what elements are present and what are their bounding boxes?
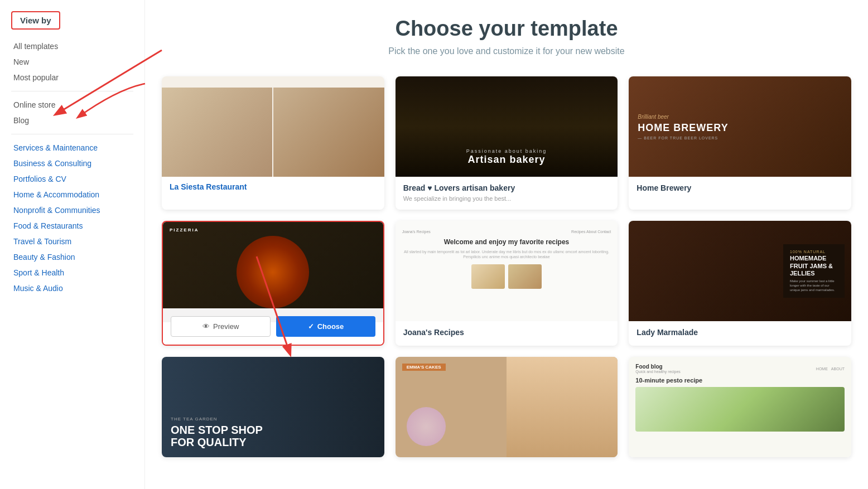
preview-label: Preview (679, 187, 705, 196)
bakery-text: Passionate about baking Artisan bakery (396, 148, 618, 166)
page-header: Choose your template Pick the one you lo… (162, 17, 851, 56)
foodblog-header: Food blog Quick and healthy recipes HOME… (635, 364, 845, 374)
sidebar-section-general: All templates New Most popular (0, 38, 144, 85)
sidebar: View by All templates New Most popular O… (0, 0, 145, 489)
foodblog-nav-item: HOME (816, 367, 828, 371)
choose-button-foodblog[interactable]: ✓ Choose (744, 429, 843, 449)
preview-icon: 👁 (436, 323, 443, 332)
sidebar-item-home-accommodation[interactable]: Home & Accommodation (0, 187, 144, 202)
choose-label: Choose (551, 187, 578, 196)
siesta-img-left (162, 88, 272, 177)
jams-image: 100% NATURAL HOMEMADE FRUIT JAMS & JELLI… (629, 221, 851, 321)
preview-button-pizzeria[interactable]: 👁 Preview (171, 316, 271, 337)
foodblog-logo: Food blog Quick and healthy recipes (635, 364, 681, 374)
sidebar-item-sport-health[interactable]: Sport & Health (0, 265, 144, 280)
sidebar-divider-1 (11, 91, 133, 91)
siesta-img-right (273, 88, 384, 177)
choose-button-brewery[interactable]: ✓ Choose (744, 181, 843, 202)
recipes-title: Welcome and enjoy my favorite recipes (444, 238, 570, 246)
brewery-text: Brilliant beer HOME BREWERY — BEER FOR T… (638, 114, 728, 140)
preview-label: Preview (446, 323, 472, 332)
template-card-brewery[interactable]: Brilliant beer HOME BREWERY — BEER FOR T… (629, 76, 851, 210)
main-content: Choose your template Pick the one you lo… (145, 0, 868, 489)
bakery-image: Passionate about baking Artisan bakery (396, 76, 618, 177)
sidebar-item-blog[interactable]: Blog (0, 113, 144, 128)
template-card-cakes[interactable]: EMMA'S CAKES ≡ MENU 👁 Preview ✓ Choose (396, 357, 618, 457)
pizza-label: PIZZERIA (170, 227, 199, 233)
sidebar-item-online-store[interactable]: Online store (0, 97, 144, 113)
preview-button-tea[interactable]: 👁 Preview (170, 429, 271, 449)
template-card-tea[interactable]: THE TEA GARDEN ONE STOP SHOPFOR QUALITY … (162, 357, 384, 457)
choose-icon: ✓ (775, 435, 782, 443)
preview-icon: 👁 (202, 322, 210, 331)
choose-icon: ✓ (308, 322, 314, 331)
sidebar-item-most-popular[interactable]: Most popular (0, 70, 144, 85)
sidebar-divider-2 (11, 134, 133, 134)
preview-icon: 👁 (436, 187, 443, 196)
preview-button-brewery[interactable]: 👁 Preview (636, 181, 737, 202)
choose-icon: ✓ (542, 187, 548, 196)
choose-button-la-siesta[interactable]: ✓ Choose (276, 181, 376, 202)
template-card-artisan-bakery[interactable]: Passionate about baking Artisan bakery B… (396, 76, 618, 210)
choose-icon: ✓ (775, 323, 782, 332)
choose-button-tea[interactable]: ✓ Choose (276, 429, 376, 449)
template-card-pizzeria[interactable]: PIZZERIA 👁 Preview ✓ Choose (162, 221, 384, 346)
preview-label: Preview (679, 323, 705, 332)
foodblog-tagline: Quick and healthy recipes (635, 370, 681, 374)
sidebar-item-new[interactable]: New (0, 54, 144, 70)
choose-icon: ✓ (775, 187, 782, 196)
page-title: Choose your template (162, 17, 851, 41)
choose-icon: ✓ (308, 187, 315, 196)
choose-button-bakery[interactable]: ✓ Choose (510, 181, 610, 202)
choose-label: Choose (318, 435, 345, 443)
sidebar-item-all-templates[interactable]: All templates (0, 38, 144, 54)
sidebar-item-beauty-fashion[interactable]: Beauty & Fashion (0, 249, 144, 265)
choose-label: Choose (551, 435, 578, 443)
sidebar-item-food-restaurants[interactable]: Food & Restaurants (0, 218, 144, 234)
bakery-subtitle: Passionate about baking (396, 148, 618, 154)
recipes-nav: Recipes About Contact (571, 230, 611, 234)
sidebar-item-nonprofit-communities[interactable]: Nonprofit & Communities (0, 202, 144, 218)
choose-label: Choose (785, 435, 812, 443)
jams-box: 100% NATURAL HOMEMADE FRUIT JAMS & JELLI… (783, 244, 845, 298)
brewery-tagline: — BEER FOR TRUE BEER LOVERS (638, 136, 728, 140)
pizza-image: PIZZERIA (163, 222, 383, 322)
preview-button-cakes[interactable]: 👁 Preview (403, 429, 504, 449)
sidebar-item-music-audio[interactable]: Music & Audio (0, 280, 144, 296)
preview-button-la-siesta[interactable]: 👁 Preview (170, 181, 271, 202)
choose-icon: ✓ (542, 323, 548, 332)
jams-title: HOMEMADE FRUIT JAMS & JELLIES (790, 255, 838, 277)
preview-icon: 👁 (669, 435, 676, 443)
template-card-recipes[interactable]: Joana's Recipes Recipes About Contact We… (396, 221, 618, 346)
foodblog-nav-about: ABOUT (831, 367, 845, 371)
preview-label: Preview (446, 187, 472, 196)
preview-button-foodblog[interactable]: 👁 Preview (636, 429, 737, 449)
brewery-label: Brilliant beer (638, 114, 728, 120)
recipes-desc: All started by main temporelit as toi ar… (402, 249, 611, 259)
template-card-jams[interactable]: 100% NATURAL HOMEMADE FRUIT JAMS & JELLI… (629, 221, 851, 346)
cakes-badge: EMMA'S CAKES (402, 364, 446, 371)
choose-button-jams[interactable]: ✓ Choose (744, 317, 843, 338)
choose-button-recipes[interactable]: ✓ Choose (510, 317, 610, 338)
bakery-title: Artisan bakery (396, 154, 618, 166)
preview-label: Preview (213, 187, 238, 196)
brewery-title: HOME BREWERY (638, 122, 728, 134)
choose-label: Choose (317, 322, 344, 331)
template-card-la-siesta[interactable]: La Siesta Restaurant 👁 Preview ✓ Choose (162, 76, 384, 210)
sidebar-item-services-maintenance[interactable]: Services & Maintenance (0, 140, 144, 156)
recipes-header: Joana's Recipes Recipes About Contact (402, 230, 611, 234)
preview-button-bakery[interactable]: 👁 Preview (403, 181, 504, 202)
foodblog-nav: HOME ABOUT (816, 367, 845, 371)
template-card-foodblog[interactable]: Food blog Quick and healthy recipes HOME… (629, 357, 851, 457)
preview-label: Preview (213, 435, 238, 443)
recipes-thumbnails (471, 264, 542, 289)
preview-button-recipes[interactable]: 👁 Preview (403, 317, 504, 338)
preview-button-jams[interactable]: 👁 Preview (636, 317, 737, 338)
sidebar-item-business-consulting[interactable]: Business & Consulting (0, 156, 144, 171)
choose-button-cakes[interactable]: ✓ Choose (510, 429, 610, 449)
choose-button-pizzeria[interactable]: ✓ Choose (276, 316, 375, 337)
choose-label: Choose (785, 187, 812, 196)
sidebar-item-travel-tourism[interactable]: Travel & Tourism (0, 234, 144, 249)
sidebar-item-portfolios-cv[interactable]: Portfolios & CV (0, 171, 144, 187)
preview-icon: 👁 (202, 187, 209, 196)
